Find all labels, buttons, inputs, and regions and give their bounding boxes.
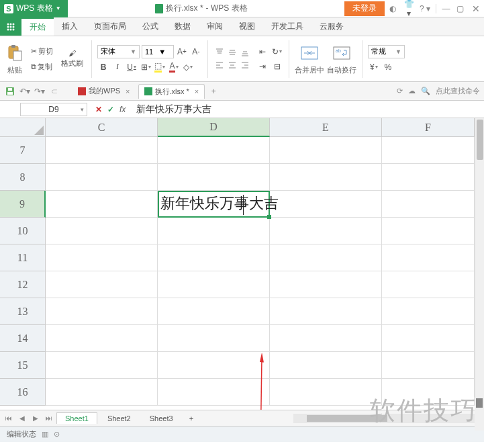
add-sheet-button[interactable]: + [183,412,199,424]
row-header-12[interactable]: 12 [0,271,46,298]
login-button[interactable]: 未登录 [344,1,385,16]
row-header-11[interactable]: 11 [0,244,46,271]
italic-button[interactable]: I [111,61,124,73]
prev-sheet-button[interactable]: ◀ [16,414,28,422]
currency-button[interactable]: ¥▾ [368,61,380,73]
redo-icon[interactable]: ↷▾ [34,85,46,97]
tab-close-icon[interactable]: × [126,87,130,95]
fill-color-button[interactable]: ⬚▾ [154,61,166,73]
row-header-7[interactable]: 7 [0,137,46,164]
number-format-select[interactable]: 常规▼ [368,45,405,58]
row-header-9[interactable]: 9 [0,191,46,218]
cut-button[interactable]: ✂剪切 [28,45,56,58]
paste-button[interactable] [4,42,26,64]
sheet-tab-2[interactable]: Sheet2 [99,412,140,424]
theme-icon[interactable]: 👕▾ [401,0,417,18]
align-left-button[interactable] [213,59,226,71]
col-header-d[interactable]: D [158,118,270,137]
cancel-icon[interactable]: ✕ [95,105,102,114]
undo-icon[interactable]: ↶▾ [19,85,31,97]
tab-data[interactable]: 数据 [166,17,199,36]
cell-e9[interactable] [270,191,382,218]
minimize-icon[interactable]: — [436,4,452,13]
vertical-scrollbar[interactable] [475,118,484,410]
add-tab-button[interactable]: + [207,85,220,97]
skin-icon[interactable]: ◐ [385,4,401,13]
bold-button[interactable]: B [97,61,109,73]
name-box[interactable]: D9▾ [20,103,87,116]
confirm-icon[interactable]: ✓ [107,105,114,114]
align-center-button[interactable] [226,59,238,71]
merge-button[interactable]: 合并居中 [295,42,324,75]
row-header-16[interactable]: 16 [0,379,46,406]
tab-cloud[interactable]: 云服务 [311,17,352,36]
cell-d9[interactable]: 新年快乐万事大吉 [158,191,270,218]
row-header-15[interactable]: 15 [0,352,46,379]
col-header-f[interactable]: F [382,118,475,137]
cell-c9[interactable] [46,191,158,218]
indent-left-button[interactable]: ⇤ [256,46,269,58]
row-header-8[interactable]: 8 [0,164,46,191]
doc-tab-active[interactable]: 换行.xlsx *× [138,84,205,99]
sync-icon[interactable]: ⟳ [397,87,403,95]
cell-f9[interactable] [382,191,475,218]
help-icon[interactable]: ? ▾ [417,4,433,13]
tab-view[interactable]: 视图 [231,17,263,36]
col-header-c[interactable]: C [46,118,158,137]
orientation-button[interactable]: ↻▾ [271,46,283,58]
app-badge[interactable]: S WPS 表格 ▼ [0,0,68,17]
row-header-14[interactable]: 14 [0,325,46,352]
tab-formula[interactable]: 公式 [134,17,166,36]
tab-start[interactable]: 开始 [21,17,54,36]
align-middle-button[interactable] [226,46,238,58]
font-color-button[interactable]: A▾ [168,61,180,73]
sheet-tab-3[interactable]: Sheet3 [141,412,182,424]
first-sheet-button[interactable]: ⏮ [3,414,15,422]
highlight-button[interactable]: ◇▾ [182,61,194,73]
formula-input[interactable]: 新年快乐万事大吉 [131,103,484,116]
font-name-select[interactable]: 宋体▼ [97,45,140,58]
qat-more-icon[interactable]: ⊂ [48,85,60,97]
record-icon[interactable]: ⊙ [54,430,60,439]
tab-close-icon[interactable]: × [195,87,199,95]
indent-right-button[interactable]: ⇥ [256,60,269,73]
mywps-tab[interactable]: 我的WPS× [72,84,136,98]
tab-page-layout[interactable]: 页面布局 [86,17,134,36]
increase-font-button[interactable]: A+ [176,46,188,58]
app-menu-button[interactable] [0,17,21,36]
vscroll-end[interactable] [475,397,484,431]
underline-button[interactable]: U▾ [126,61,138,73]
select-all-corner[interactable] [0,118,46,137]
horizontal-scrollbar[interactable] [293,414,481,423]
scroll-thumb[interactable] [477,120,483,160]
close-icon[interactable]: ✕ [468,3,484,14]
app-dropdown-icon[interactable]: ▼ [56,5,61,11]
wrap-button[interactable]: ab 自动换行 [327,42,356,75]
next-sheet-button[interactable]: ▶ [30,414,42,422]
copy-button[interactable]: ⧉复制 [28,60,56,73]
layout-icon[interactable]: ▥ [42,430,48,439]
font-size-select[interactable]: 11▼ [142,45,174,58]
tab-dev[interactable]: 开发工具 [263,17,311,36]
decrease-font-button[interactable]: A- [190,46,202,58]
cells-grid[interactable]: 新年快乐万事大吉 [46,137,475,410]
sheet-tab-1[interactable]: Sheet1 [56,412,97,424]
fill-handle[interactable] [267,215,271,219]
tab-insert[interactable]: 插入 [54,17,86,36]
row-header-13[interactable]: 13 [0,298,46,325]
format-painter-button[interactable]: 🖌格式刷 [58,48,86,70]
wrap-quick-button[interactable]: ⊟ [271,60,283,73]
save-icon[interactable] [4,85,16,97]
align-top-button[interactable] [213,46,226,58]
last-sheet-button[interactable]: ⏭ [43,414,55,422]
maximize-icon[interactable]: ▢ [452,4,468,13]
tab-review[interactable]: 审阅 [199,17,231,36]
fx-icon[interactable]: fx [119,105,126,114]
scroll-thumb[interactable] [307,415,387,422]
col-header-e[interactable]: E [270,118,382,137]
cloud-icon[interactable]: ☁ [408,87,416,95]
align-bottom-button[interactable] [239,46,251,58]
border-button[interactable]: ⊞▾ [140,61,152,73]
search-command[interactable]: 点此查找命令 [436,86,480,96]
align-right-button[interactable] [239,59,251,71]
